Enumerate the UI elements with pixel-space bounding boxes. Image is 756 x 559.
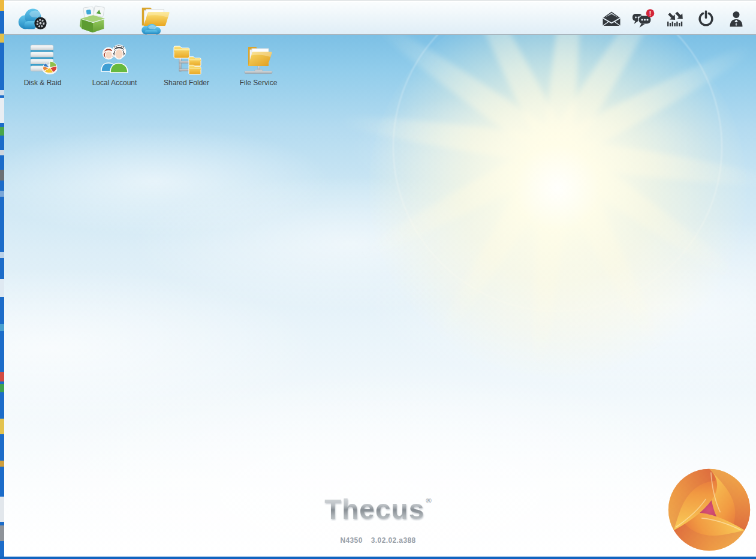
shortcut-label: File Service [227,79,290,87]
notification-badge: ! [649,10,652,17]
thecus-swirl-logo [667,465,752,554]
sun [369,35,746,377]
brand-wordmark: Thecus® [0,493,756,525]
folder-cloud-icon [137,4,171,35]
version-number: 3.02.02.a388 [371,536,416,545]
shortcut-shared-folder[interactable]: Shared Folder [155,43,218,87]
local-account-icon [99,43,130,76]
power-icon [697,10,715,28]
registered-trademark: ® [426,496,432,505]
shortcut-file-service[interactable]: File Service [227,43,290,87]
toolbar-launcher-group [14,2,172,36]
file-center-button[interactable] [136,2,172,36]
app-box-icon [77,5,109,34]
background-window-sliver [0,0,4,559]
file-service-icon [243,43,274,76]
mail-icon [603,11,621,26]
chat-bubbles-icon: ! [632,9,655,28]
toolbar-status-group: ! [601,1,746,36]
disk-raid-icon [27,43,58,76]
messages-button[interactable] [601,8,622,29]
notifications-button[interactable]: ! [632,8,655,29]
top-toolbar: ! [4,0,756,35]
shortcut-label: Local Account [83,79,146,87]
factory-arrows-icon [666,11,684,27]
model-number: N4350 [340,536,362,545]
desktop-wallpaper [4,35,756,557]
shortcut-local-account[interactable]: Local Account [83,43,146,87]
system-status-button[interactable] [665,8,685,29]
firmware-version: N43503.02.02.a388 [0,536,756,545]
bottom-border [0,557,756,559]
shortcut-label: Disk & Raid [11,79,74,87]
control-panel-button[interactable] [14,2,50,36]
shortcut-disk-raid[interactable]: Disk & Raid [11,43,74,87]
user-icon [729,11,743,27]
cloud-gear-icon [14,5,49,33]
power-button[interactable] [695,8,716,29]
shortcut-label: Shared Folder [155,79,218,87]
account-button[interactable] [726,8,746,29]
brand-text: Thecus [324,494,424,525]
shared-folder-icon [170,43,203,76]
desktop-icon-row: Disk & Raid Local Account [11,43,290,87]
app-center-button[interactable] [75,2,111,36]
